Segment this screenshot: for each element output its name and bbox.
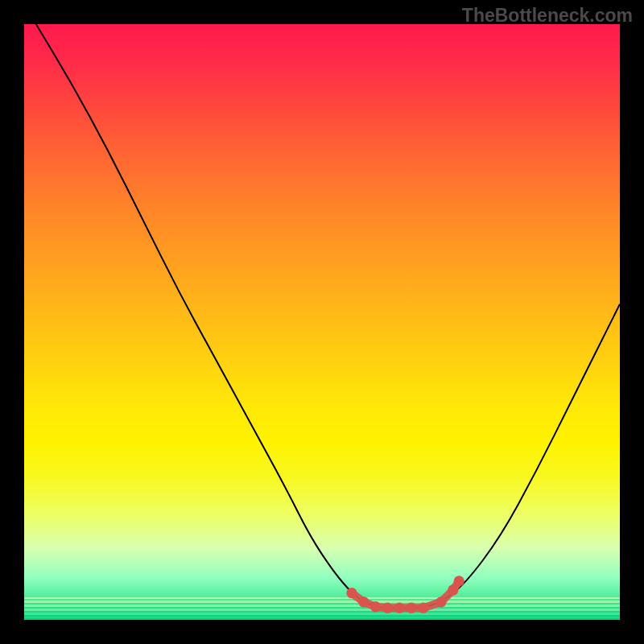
watermark-text: TheBottleneck.com (462, 5, 633, 27)
svg-point-1 (358, 597, 369, 607)
svg-point-5 (406, 603, 416, 613)
chart-svg (24, 24, 620, 620)
svg-point-4 (394, 603, 405, 613)
svg-point-8 (448, 584, 458, 595)
svg-point-0 (346, 588, 357, 598)
svg-point-3 (382, 603, 393, 613)
chart-plot-area (24, 24, 620, 620)
svg-point-7 (436, 597, 446, 607)
svg-point-6 (418, 603, 428, 613)
optimal-range-dots (346, 576, 464, 613)
bottleneck-curve (36, 24, 620, 608)
svg-point-2 (370, 601, 381, 612)
svg-point-9 (454, 576, 464, 586)
